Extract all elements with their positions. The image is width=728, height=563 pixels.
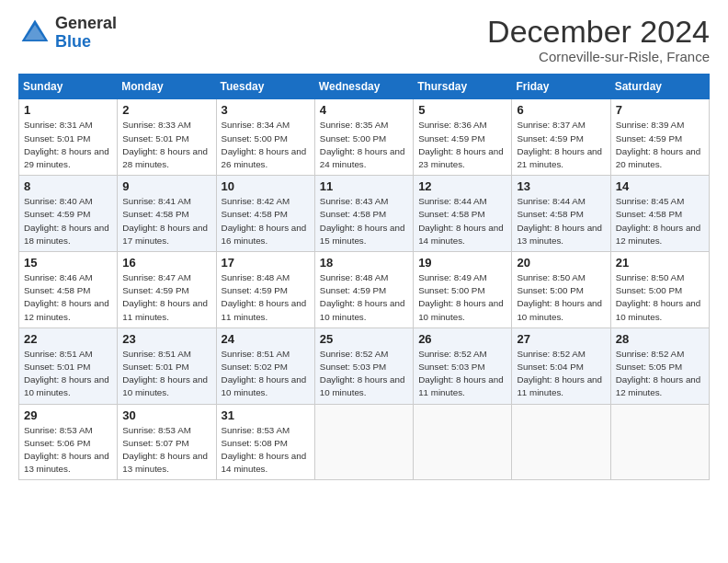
- day-number: 18: [320, 256, 408, 270]
- day-number: 25: [320, 332, 408, 346]
- day-number: 26: [418, 332, 506, 346]
- day-number: 19: [418, 256, 506, 270]
- day-number: 21: [616, 256, 704, 270]
- logo-general: General: [55, 15, 117, 33]
- day-info: Sunrise: 8:44 AMSunset: 4:58 PMDaylight:…: [418, 195, 506, 247]
- calendar-cell: 11Sunrise: 8:43 AMSunset: 4:58 PMDayligh…: [314, 176, 413, 252]
- calendar-cell: 26Sunrise: 8:52 AMSunset: 5:03 PMDayligh…: [414, 327, 512, 404]
- logo-icon: [18, 17, 51, 50]
- calendar-cell: 22Sunrise: 8:51 AMSunset: 5:01 PMDayligh…: [19, 327, 118, 404]
- calendar-cell: 23Sunrise: 8:51 AMSunset: 5:01 PMDayligh…: [118, 327, 216, 404]
- day-info: Sunrise: 8:52 AMSunset: 5:04 PMDaylight:…: [517, 348, 605, 400]
- day-info: Sunrise: 8:33 AMSunset: 5:01 PMDaylight:…: [122, 119, 210, 171]
- day-info: Sunrise: 8:34 AMSunset: 5:00 PMDaylight:…: [222, 119, 310, 171]
- day-number: 27: [517, 332, 605, 346]
- day-number: 22: [24, 332, 112, 346]
- day-number: 9: [122, 179, 210, 193]
- calendar-cell: 27Sunrise: 8:52 AMSunset: 5:04 PMDayligh…: [512, 327, 610, 404]
- calendar-cell: [414, 404, 512, 480]
- day-info: Sunrise: 8:48 AMSunset: 4:59 PMDaylight:…: [222, 271, 310, 324]
- day-info: Sunrise: 8:50 AMSunset: 5:00 PMDaylight:…: [616, 271, 704, 324]
- day-number: 14: [616, 179, 704, 193]
- day-number: 6: [517, 103, 605, 117]
- day-info: Sunrise: 8:42 AMSunset: 4:58 PMDaylight:…: [222, 195, 310, 247]
- day-info: Sunrise: 8:39 AMSunset: 4:59 PMDaylight:…: [616, 119, 704, 171]
- calendar-cell: 19Sunrise: 8:49 AMSunset: 5:00 PMDayligh…: [414, 252, 512, 328]
- week-row-5: 29Sunrise: 8:53 AMSunset: 5:06 PMDayligh…: [19, 404, 710, 480]
- logo-text: General Blue: [55, 15, 117, 52]
- day-number: 24: [222, 332, 310, 346]
- day-info: Sunrise: 8:53 AMSunset: 5:06 PMDaylight:…: [24, 424, 112, 477]
- calendar-cell: 14Sunrise: 8:45 AMSunset: 4:58 PMDayligh…: [610, 176, 709, 252]
- day-number: 8: [24, 179, 112, 193]
- calendar-cell: 18Sunrise: 8:48 AMSunset: 4:59 PMDayligh…: [314, 252, 413, 328]
- calendar-cell: 29Sunrise: 8:53 AMSunset: 5:06 PMDayligh…: [19, 404, 118, 480]
- day-info: Sunrise: 8:49 AMSunset: 5:00 PMDaylight:…: [418, 271, 506, 324]
- week-row-1: 1Sunrise: 8:31 AMSunset: 5:01 PMDaylight…: [19, 99, 710, 176]
- calendar-cell: 4Sunrise: 8:35 AMSunset: 5:00 PMDaylight…: [314, 99, 413, 176]
- weekday-saturday: Saturday: [610, 75, 709, 99]
- day-info: Sunrise: 8:51 AMSunset: 5:01 PMDaylight:…: [24, 348, 112, 400]
- day-info: Sunrise: 8:45 AMSunset: 4:58 PMDaylight:…: [616, 195, 704, 247]
- day-number: 15: [24, 256, 112, 270]
- weekday-tuesday: Tuesday: [216, 75, 314, 99]
- day-number: 29: [24, 408, 112, 422]
- day-info: Sunrise: 8:48 AMSunset: 4:59 PMDaylight:…: [320, 271, 408, 324]
- day-info: Sunrise: 8:53 AMSunset: 5:07 PMDaylight:…: [122, 424, 210, 477]
- month-title: December 2024: [487, 15, 710, 49]
- calendar-cell: [610, 404, 709, 480]
- day-info: Sunrise: 8:43 AMSunset: 4:58 PMDaylight:…: [320, 195, 408, 247]
- location: Corneville-sur-Risle, France: [487, 49, 710, 64]
- calendar-cell: 3Sunrise: 8:34 AMSunset: 5:00 PMDaylight…: [216, 99, 314, 176]
- day-info: Sunrise: 8:41 AMSunset: 4:58 PMDaylight:…: [122, 195, 210, 247]
- calendar-cell: 12Sunrise: 8:44 AMSunset: 4:58 PMDayligh…: [414, 176, 512, 252]
- calendar-cell: 13Sunrise: 8:44 AMSunset: 4:58 PMDayligh…: [512, 176, 610, 252]
- day-number: 17: [222, 256, 310, 270]
- weekday-thursday: Thursday: [414, 75, 512, 99]
- calendar-cell: [512, 404, 610, 480]
- title-area: December 2024 Corneville-sur-Risle, Fran…: [487, 15, 710, 64]
- calendar-cell: 31Sunrise: 8:53 AMSunset: 5:08 PMDayligh…: [216, 404, 314, 480]
- day-number: 7: [616, 103, 704, 117]
- day-info: Sunrise: 8:53 AMSunset: 5:08 PMDaylight:…: [222, 424, 310, 477]
- day-info: Sunrise: 8:44 AMSunset: 4:58 PMDaylight:…: [517, 195, 605, 247]
- weekday-friday: Friday: [512, 75, 610, 99]
- calendar-cell: 6Sunrise: 8:37 AMSunset: 4:59 PMDaylight…: [512, 99, 610, 176]
- day-info: Sunrise: 8:52 AMSunset: 5:03 PMDaylight:…: [320, 348, 408, 400]
- day-number: 1: [24, 103, 112, 117]
- calendar-cell: 15Sunrise: 8:46 AMSunset: 4:58 PMDayligh…: [19, 252, 118, 328]
- calendar-cell: 8Sunrise: 8:40 AMSunset: 4:59 PMDaylight…: [19, 176, 118, 252]
- calendar-cell: 25Sunrise: 8:52 AMSunset: 5:03 PMDayligh…: [314, 327, 413, 404]
- logo-blue: Blue: [55, 33, 117, 52]
- day-info: Sunrise: 8:50 AMSunset: 5:00 PMDaylight:…: [517, 271, 605, 324]
- day-number: 5: [418, 103, 506, 117]
- day-number: 3: [222, 103, 310, 117]
- day-number: 10: [222, 179, 310, 193]
- calendar-cell: 28Sunrise: 8:52 AMSunset: 5:05 PMDayligh…: [610, 327, 709, 404]
- day-info: Sunrise: 8:47 AMSunset: 4:59 PMDaylight:…: [122, 271, 210, 324]
- week-row-4: 22Sunrise: 8:51 AMSunset: 5:01 PMDayligh…: [19, 327, 710, 404]
- calendar-body: 1Sunrise: 8:31 AMSunset: 5:01 PMDaylight…: [19, 99, 710, 480]
- day-number: 20: [517, 256, 605, 270]
- calendar-cell: 7Sunrise: 8:39 AMSunset: 4:59 PMDaylight…: [610, 99, 709, 176]
- day-number: 23: [122, 332, 210, 346]
- day-info: Sunrise: 8:35 AMSunset: 5:00 PMDaylight:…: [320, 119, 408, 171]
- day-number: 30: [122, 408, 210, 422]
- calendar-cell: 17Sunrise: 8:48 AMSunset: 4:59 PMDayligh…: [216, 252, 314, 328]
- day-info: Sunrise: 8:52 AMSunset: 5:05 PMDaylight:…: [616, 348, 704, 400]
- day-info: Sunrise: 8:52 AMSunset: 5:03 PMDaylight:…: [418, 348, 506, 400]
- day-info: Sunrise: 8:46 AMSunset: 4:58 PMDaylight:…: [24, 271, 112, 324]
- calendar-cell: 9Sunrise: 8:41 AMSunset: 4:58 PMDaylight…: [118, 176, 216, 252]
- calendar-cell: 24Sunrise: 8:51 AMSunset: 5:02 PMDayligh…: [216, 327, 314, 404]
- calendar-cell: 16Sunrise: 8:47 AMSunset: 4:59 PMDayligh…: [118, 252, 216, 328]
- calendar-cell: [314, 404, 413, 480]
- calendar-cell: 5Sunrise: 8:36 AMSunset: 4:59 PMDaylight…: [414, 99, 512, 176]
- day-number: 31: [222, 408, 310, 422]
- weekday-header-row: SundayMondayTuesdayWednesdayThursdayFrid…: [19, 75, 710, 99]
- day-info: Sunrise: 8:31 AMSunset: 5:01 PMDaylight:…: [24, 119, 112, 171]
- day-number: 11: [320, 179, 408, 193]
- day-info: Sunrise: 8:51 AMSunset: 5:01 PMDaylight:…: [122, 348, 210, 400]
- weekday-sunday: Sunday: [19, 75, 118, 99]
- day-number: 16: [122, 256, 210, 270]
- week-row-3: 15Sunrise: 8:46 AMSunset: 4:58 PMDayligh…: [19, 252, 710, 328]
